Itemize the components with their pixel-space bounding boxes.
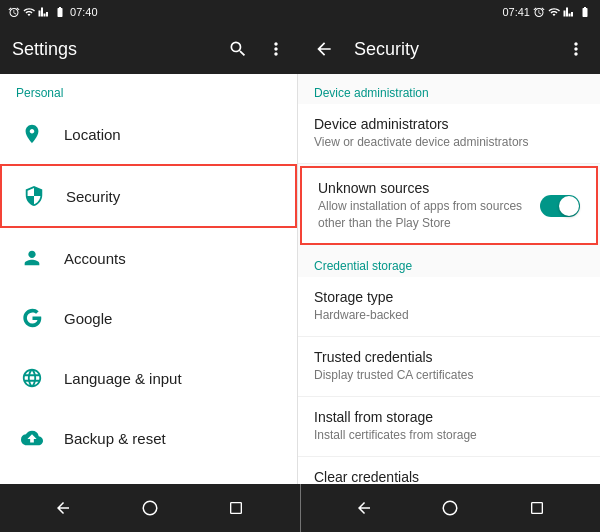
location-label: Location (64, 126, 121, 143)
status-bar: 07:40 07:41 (0, 0, 600, 24)
google-label: Google (64, 310, 112, 327)
language-label: Language & input (64, 370, 182, 387)
left-status-icons (8, 6, 67, 18)
settings-item-backup[interactable]: Backup & reset (0, 408, 297, 468)
right-status: 07:41 (300, 0, 600, 24)
storage-type-title: Storage type (314, 289, 584, 305)
clear-credentials-item[interactable]: Clear credentials (298, 457, 600, 484)
left-time: 07:40 (70, 6, 98, 18)
back-nav-right[interactable] (353, 497, 375, 519)
backup-icon (16, 422, 48, 454)
device-administrators-item[interactable]: Device administrators View or deactivate… (298, 104, 600, 164)
home-nav-right[interactable] (439, 497, 461, 519)
security-label: Security (66, 188, 120, 205)
storage-type-subtitle: Hardware-backed (314, 307, 584, 324)
right-appbar-title: Security (354, 39, 419, 60)
install-from-storage-title: Install from storage (314, 409, 584, 425)
device-admin-title: Device administrators (314, 116, 584, 132)
left-nav (0, 484, 300, 532)
svg-point-0 (143, 501, 157, 515)
unknown-sources-title: Unknown sources (318, 180, 532, 196)
left-status: 07:40 (0, 0, 300, 24)
settings-item-language[interactable]: Language & input (0, 348, 297, 408)
language-icon (16, 362, 48, 394)
install-from-storage-subtitle: Install certificates from storage (314, 427, 584, 444)
device-admin-subtitle: View or deactivate device administrators (314, 134, 584, 151)
unknown-sources-row: Unknown sources Allow installation of ap… (318, 180, 580, 232)
back-button[interactable] (312, 37, 336, 61)
right-status-icons (533, 6, 592, 18)
unknown-sources-toggle[interactable] (540, 195, 580, 217)
left-panel: Personal Location Security Accounts (0, 74, 298, 484)
svg-rect-3 (531, 503, 542, 514)
credential-storage-section-label: Credential storage (298, 247, 600, 277)
recents-nav-right[interactable] (526, 497, 548, 519)
right-appbar: Security (300, 24, 600, 74)
home-nav-left[interactable] (139, 497, 161, 519)
install-from-storage-item[interactable]: Install from storage Install certificate… (298, 397, 600, 457)
accounts-icon (16, 242, 48, 274)
google-icon (16, 302, 48, 334)
left-appbar: Settings (0, 24, 300, 74)
clear-credentials-title: Clear credentials (314, 469, 584, 484)
personal-section-label: Personal (0, 74, 297, 104)
more-button-right[interactable] (564, 37, 588, 61)
security-icon (18, 180, 50, 212)
storage-type-item[interactable]: Storage type Hardware-backed (298, 277, 600, 337)
unknown-sources-subtitle: Allow installation of apps from sources … (318, 198, 532, 232)
settings-item-security[interactable]: Security (0, 164, 297, 228)
left-appbar-title: Settings (12, 39, 226, 60)
device-admin-section-label: Device administration (298, 74, 600, 104)
trusted-credentials-item[interactable]: Trusted credentials Display trusted CA c… (298, 337, 600, 397)
unknown-sources-item[interactable]: Unknown sources Allow installation of ap… (300, 166, 598, 246)
backup-label: Backup & reset (64, 430, 166, 447)
nav-bar (0, 484, 600, 532)
accounts-label: Accounts (64, 250, 126, 267)
trusted-credentials-title: Trusted credentials (314, 349, 584, 365)
recents-nav-left[interactable] (225, 497, 247, 519)
right-nav (301, 484, 601, 532)
search-button[interactable] (226, 37, 250, 61)
location-icon (16, 118, 48, 150)
back-icon-wrap: Security (312, 37, 419, 61)
more-button-left[interactable] (264, 37, 288, 61)
settings-item-google[interactable]: Google (0, 288, 297, 348)
svg-rect-1 (231, 503, 242, 514)
back-nav-left[interactable] (52, 497, 74, 519)
main-content: Personal Location Security Accounts (0, 74, 600, 484)
right-time: 07:41 (502, 6, 530, 18)
right-panel: Device administration Device administrat… (298, 74, 600, 484)
trusted-credentials-subtitle: Display trusted CA certificates (314, 367, 584, 384)
svg-point-2 (444, 501, 458, 515)
app-bars: Settings Security (0, 24, 600, 74)
settings-item-accounts[interactable]: Accounts (0, 228, 297, 288)
settings-item-location[interactable]: Location (0, 104, 297, 164)
left-appbar-icons (226, 37, 288, 61)
toggle-knob (559, 196, 579, 216)
